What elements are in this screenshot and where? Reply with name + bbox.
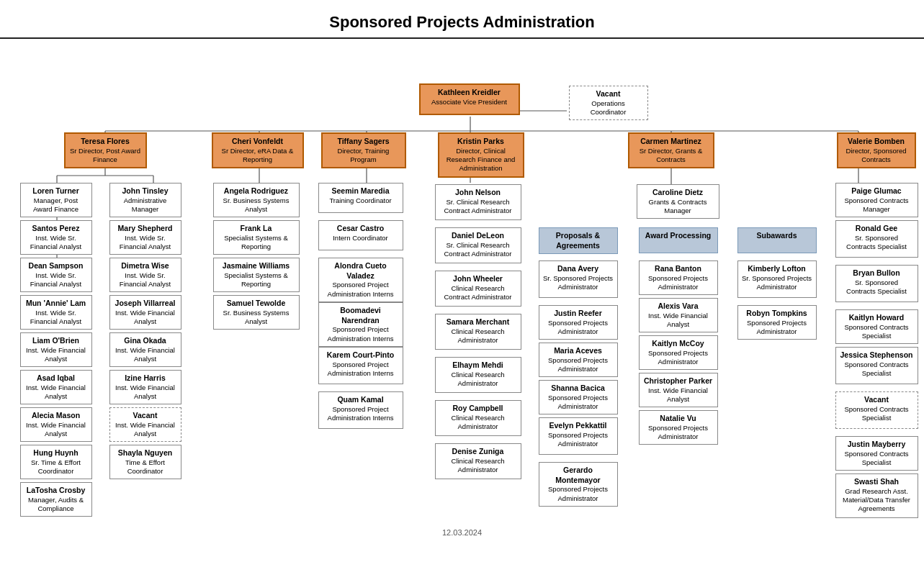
box-justin-m: Justin Mayberry Sponsored Contracts Spec…: [835, 436, 918, 471]
box-gina: Gina Okada Inst. Wide Financial Analyst: [109, 332, 181, 367]
box-karem: Karem Court-Pinto Sponsored Project Admi…: [318, 347, 403, 384]
box-daniel: Daniel DeLeon Sr. Clinical Research Cont…: [435, 227, 521, 263]
box-alexis: Alexis Vara Inst. Wide Financial Analyst: [639, 298, 718, 332]
box-gerardo: Gerardo Montemayor Sponsored Projects Ad…: [539, 462, 618, 507]
box-paige: Paige Glumac Sponsored Contracts Manager: [835, 183, 918, 217]
box-liam: Liam O'Brien Inst. Wide Financial Analys…: [20, 332, 92, 367]
box-samuel: Samuel Tewolde Sr. Business Systems Anal…: [213, 295, 300, 330]
box-dana: Dana Avery Sr. Sponsored Projects Admini…: [539, 260, 618, 298]
box-santos: Santos Perez Inst. Wide Sr. Financial An…: [20, 220, 92, 255]
box-kristin: Kristin Parks Director, Clinical Researc…: [438, 132, 524, 178]
box-boomadevi: Boomadevi Narendran Sponsored Project Ad…: [318, 302, 403, 347]
box-vacant-fa: Vacant Inst. Wide Financial Analyst: [109, 407, 181, 442]
box-jessica: Jessica Stephenson Sponsored Contracts S…: [835, 347, 918, 384]
box-hung: Hung Huynh Sr. Time & Effort Coordinator: [20, 445, 92, 479]
box-john-w: John Wheeler Clinical Research Contract …: [435, 271, 521, 307]
box-proposals: Proposals & Agreements: [539, 227, 618, 254]
box-kaitlyn-h: Kaitlyn Howard Sponsored Contracts Speci…: [835, 309, 918, 344]
box-mary: Mary Shepherd Inst. Wide Sr. Financial A…: [109, 220, 181, 255]
box-alecia: Alecia Mason Inst. Wide Financial Analys…: [20, 407, 92, 442]
box-ronald: Ronald Gee Sr. Sponsored Contracts Speci…: [835, 220, 918, 258]
box-john-t: John Tinsley Administrative Manager: [109, 183, 181, 217]
box-valerie: Valerie Bomben Director, Sponsored Contr…: [837, 132, 916, 168]
box-shayla: Shayla Nguyen Time & Effort Coordinator: [109, 445, 181, 479]
box-tiffany: Tiffany Sagers Director, Training Progra…: [321, 132, 406, 168]
box-elhaym: Elhaym Mehdi Clinical Research Administr…: [435, 357, 521, 393]
box-quam: Quam Kamal Sponsored Project Administrat…: [318, 391, 403, 429]
box-frank: Frank La Specialist Systems & Reporting: [213, 220, 300, 255]
box-robyn: Robyn Tompkins Sponsored Projects Admini…: [737, 305, 817, 340]
box-kaitlyn: Kaitlyn McCoy Sponsored Projects Adminis…: [639, 335, 718, 370]
box-dimetra: Dimetra Wise Inst. Wide Sr. Financial An…: [109, 258, 181, 292]
box-maria: Maria Aceves Sponsored Projects Administ…: [539, 343, 618, 377]
box-dean: Dean Sampson Inst. Wide Sr. Financial An…: [20, 258, 92, 292]
box-subawards: Subawards: [737, 227, 817, 253]
page-title: Sponsored Projects Administration: [0, 0, 924, 39]
box-cheri: Cheri Vonfeldt Sr Director, eRA Data & R…: [212, 132, 304, 168]
box-swasti: Swasti Shah Grad Research Asst. Material…: [835, 473, 918, 518]
box-izine: Izine Harris Inst. Wide Financial Analys…: [109, 370, 181, 404]
box-seemin: Seemin Maredia Training Coordinator: [318, 183, 403, 213]
box-cesar: Cesar Castro Intern Coordinator: [318, 220, 403, 250]
box-john-n: John Nelson Sr. Clinical Research Contra…: [435, 184, 521, 220]
box-rana: Rana Banton Sponsored Projects Administr…: [639, 260, 718, 295]
box-kimberly: Kimberly Lofton Sr. Sponsored Projects A…: [737, 260, 817, 298]
box-award-processing: Award Processing: [639, 227, 718, 253]
box-teresa: Teresa Flores Sr Director, Post Award Fi…: [64, 132, 147, 168]
box-justin-r: Justin Reefer Sponsored Projects Adminis…: [539, 305, 618, 340]
box-evelyn: Evelyn Pekkattil Sponsored Projects Admi…: [539, 417, 618, 455]
box-roy: Roy Campbell Clinical Research Administr…: [435, 400, 521, 436]
box-denise: Denise Zuniga Clinical Research Administ…: [435, 443, 521, 479]
box-bryan: Bryan Bullon Sr. Sponsored Contracts Spe…: [835, 265, 918, 302]
box-asad: Asad Iqbal Inst. Wide Financial Analyst: [20, 370, 92, 404]
box-angela: Angela Rodriguez Sr. Business Systems An…: [213, 183, 300, 217]
box-jasmaine: Jasmaine Williams Specialist Systems & R…: [213, 258, 300, 292]
box-mun: Mun 'Annie' Lam Inst. Wide Sr. Financial…: [20, 295, 92, 330]
box-joseph: Joseph Villarreal Inst. Wide Financial A…: [109, 295, 181, 330]
box-shanna: Shanna Bacica Sponsored Projects Adminis…: [539, 380, 618, 414]
box-christopher: Christopher Parker Inst. Wide Financial …: [639, 373, 718, 407]
box-natalie: Natalie Vu Sponsored Projects Administra…: [639, 410, 718, 445]
box-vacant-scs: Vacant Sponsored Contracts Specialist: [835, 391, 918, 429]
box-loren: Loren Turner Manager, Post Award Finance: [20, 183, 92, 217]
box-kathleen: Kathleen Kreidler Associate Vice Preside…: [419, 83, 520, 115]
box-samara: Samara Merchant Clinical Research Admini…: [435, 314, 521, 350]
footer-date: 12.03.2024: [9, 528, 916, 537]
box-caroline: Caroline Dietz Grants & Contracts Manage…: [637, 184, 719, 219]
box-alondra: Alondra Cueto Valadez Sponsored Project …: [318, 258, 403, 302]
box-carmen: Carmen Martinez Sr Director, Grants & Co…: [628, 132, 714, 168]
box-vacant-ops: Vacant Operations Coordinator: [569, 86, 648, 120]
box-latosha: LaTosha Crosby Manager, Audits & Complia…: [20, 482, 92, 517]
